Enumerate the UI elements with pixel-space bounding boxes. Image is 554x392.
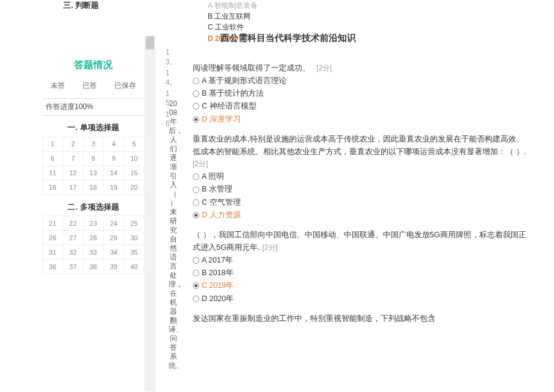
section2-title: 二. 多项选择题 [42,201,145,213]
question-13: 阅读理解等领域取得了一定成功。 [2分] A 基于规则形式语言理论 B 基于统计… [193,62,530,126]
section1-title: 一. 单项选择题 [42,122,145,134]
top-tail-options: A 智能制造装备 B 工业互联网 C 工业软件 D 2020年 西公需科目当代科… [193,0,530,44]
question-cell[interactable]: 1 [43,137,63,152]
opt-c-tail: C 工业软件 [208,22,530,33]
question-cell[interactable]: 14 [104,166,124,181]
question-cell[interactable]: 39 [104,260,124,274]
question-cell[interactable]: 4 [104,137,124,152]
q15-opt-d[interactable]: D 2020年 [193,293,530,305]
question-cell[interactable]: 10 [124,152,145,166]
question-cell[interactable]: 11 [43,166,63,181]
question-cell[interactable]: 9 [104,152,124,166]
q14-opt-c[interactable]: C 空气管理 [193,196,530,209]
radio-icon [193,270,199,276]
question-cell[interactable]: 25 [124,216,145,231]
question-15: （ ），我国工信部向中国电信、中国移动、中国联通、中国广电发放5G商用牌照，标志… [193,229,530,305]
status-unanswered: 未答 [51,81,65,91]
status-legend: 未答 已答 已保存 [42,81,145,91]
q15-opt-a[interactable]: A 2017年 [193,254,530,267]
q14-opt-a[interactable]: A 照明 [193,170,530,183]
question-cell[interactable]: 5 [124,137,145,152]
question-cell[interactable]: 7 [63,152,84,166]
question-cell[interactable]: 36 [43,260,63,274]
question-cell[interactable]: 31 [43,245,63,260]
question-cell[interactable]: 33 [84,245,104,260]
q15-stem: （ ），我国工信部向中国电信、中国移动、中国联通、中国广电发放5G商用牌照，标志… [193,229,530,254]
opt-a-tail: A 智能制造装备 [208,0,530,11]
opt-b-tail: B 工业互联网 [208,11,530,22]
question-cell[interactable]: 12 [63,166,84,181]
question-cell[interactable]: 40 [124,260,145,274]
q15-opt-c[interactable]: C 2019年 [193,279,530,292]
radio-icon [193,173,199,180]
radio-checked-icon [193,212,199,219]
question-cell[interactable]: 24 [104,216,124,231]
question-cell[interactable]: 3 [84,137,104,152]
question-cell[interactable]: 20 [124,181,145,195]
radio-icon [193,103,199,110]
question-cell[interactable]: 38 [84,260,104,274]
status-saved: 已保存 [114,81,136,91]
vertical-stem-text: 2008年后，人们逐渐引入（ ）来研究自然语言处理，在机器翻译、问答系统、 [169,99,178,370]
question-cell[interactable]: 29 [104,231,124,245]
question-cell[interactable]: 30 [124,231,145,245]
question-cell[interactable]: 22 [63,216,84,231]
document-title: 西公需科目当代科学技术前沿知识 [220,33,356,44]
question-cell[interactable]: 28 [84,231,104,245]
q13-opt-c[interactable]: C 神经语言模型 [193,100,530,113]
question-16: 发达国家在重振制造业的工作中，特别重视智能制造，下列战略不包含 [193,313,530,325]
question-14: 垂直农业的成本,特别是设施的运营成本高于传统农业，因此垂直农业的发展在于能否构建… [193,133,530,222]
q13-opt-a[interactable]: A 基于规则形式语言理论 [193,75,530,87]
q13-stem: 阅读理解等领域取得了一定成功。 [2分] [193,62,530,75]
radio-icon [193,90,199,97]
radio-icon [193,257,199,264]
radio-icon [193,296,199,302]
question-cell[interactable]: 17 [63,181,84,195]
q15-opt-b[interactable]: B 2018年 [193,267,530,279]
judge-section-header: 三. 判断题 [63,0,145,11]
question-cell[interactable]: 13 [84,166,104,181]
radio-checked-icon [193,116,199,123]
radio-icon [193,187,199,193]
question-cell[interactable]: 35 [124,245,145,260]
scrollbar-track[interactable] [145,36,155,391]
question-cell[interactable]: 37 [63,260,84,274]
question-grid-2: 2122232425262728293031323334353637383940 [42,216,145,274]
question-cell[interactable]: 15 [124,166,145,181]
question-cell[interactable]: 16 [43,181,63,195]
question-cell[interactable]: 23 [84,216,104,231]
q13-opt-d[interactable]: D 深度学习 [193,113,530,126]
question-cell[interactable]: 8 [84,152,104,166]
question-cell[interactable]: 27 [63,231,84,245]
question-cell[interactable]: 2 [63,137,84,152]
question-cell[interactable]: 6 [43,152,63,166]
question-cell[interactable]: 34 [104,245,124,260]
q14-opt-d[interactable]: D 人力资源 [193,209,530,222]
radio-icon [193,78,199,84]
q14-opt-b[interactable]: B 水管理 [193,183,530,196]
question-cell[interactable]: 18 [84,181,104,195]
q14-stem: 垂直农业的成本,特别是设施的运营成本高于传统农业，因此垂直农业的发展在于能否构建… [193,133,530,170]
status-answered: 已答 [82,81,97,91]
radio-icon [193,199,199,206]
question-cell[interactable]: 21 [43,216,63,231]
radio-checked-icon [193,282,199,289]
question-grid-1: 1234567891011121314151617181920 [42,137,145,195]
question-cell[interactable]: 32 [63,245,84,260]
answer-status-title: 答题情况 [42,59,145,72]
q13-opt-b[interactable]: B 基于统计的方法 [193,87,530,100]
progress-text: 作答进度100% [42,98,145,116]
question-cell[interactable]: 26 [43,231,63,245]
scrollbar-thumb[interactable] [146,36,154,49]
question-cell[interactable]: 19 [104,181,124,195]
q16-stem: 发达国家在重振制造业的工作中，特别重视智能制造，下列战略不包含 [193,313,530,325]
